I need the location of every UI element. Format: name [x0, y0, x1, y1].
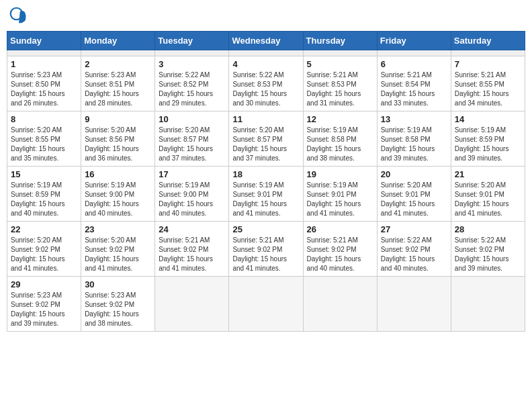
day-number: 14 [455, 114, 521, 124]
day-info: Sunrise: 5:19 AMSunset: 9:01 PMDaylight:… [307, 181, 373, 218]
calendar-cell [155, 50, 229, 56]
day-info: Sunrise: 5:20 AMSunset: 9:01 PMDaylight:… [455, 181, 521, 218]
day-number: 25 [232, 224, 299, 234]
day-number: 10 [159, 114, 225, 124]
col-header-saturday: Saturday [451, 32, 525, 50]
calendar-cell: 21Sunrise: 5:20 AMSunset: 9:01 PMDayligh… [451, 167, 525, 222]
calendar-cell: 4Sunrise: 5:22 AMSunset: 8:53 PMDaylight… [229, 56, 303, 111]
calendar-cell: 10Sunrise: 5:20 AMSunset: 8:57 PMDayligh… [155, 111, 229, 167]
calendar-cell [155, 277, 229, 332]
day-number: 28 [455, 224, 521, 234]
calendar-cell: 15Sunrise: 5:19 AMSunset: 8:59 PMDayligh… [7, 167, 81, 222]
calendar-cell: 25Sunrise: 5:21 AMSunset: 9:02 PMDayligh… [229, 222, 303, 277]
day-info: Sunrise: 5:20 AMSunset: 8:55 PMDaylight:… [11, 126, 77, 163]
calendar-cell: 7Sunrise: 5:21 AMSunset: 8:55 PMDaylight… [451, 56, 525, 111]
day-info: Sunrise: 5:19 AMSunset: 9:00 PMDaylight:… [159, 181, 225, 218]
calendar-cell: 8Sunrise: 5:20 AMSunset: 8:55 PMDaylight… [7, 111, 81, 167]
calendar-cell [377, 277, 451, 332]
col-header-tuesday: Tuesday [155, 32, 229, 50]
day-info: Sunrise: 5:23 AMSunset: 9:02 PMDaylight:… [11, 291, 77, 328]
day-number: 29 [11, 279, 77, 289]
calendar-cell: 18Sunrise: 5:19 AMSunset: 9:01 PMDayligh… [229, 167, 303, 222]
calendar-cell: 29Sunrise: 5:23 AMSunset: 9:02 PMDayligh… [7, 277, 81, 332]
calendar-cell: 27Sunrise: 5:22 AMSunset: 9:02 PMDayligh… [377, 222, 451, 277]
day-number: 26 [307, 224, 373, 234]
day-number: 15 [11, 169, 77, 179]
calendar-cell: 16Sunrise: 5:19 AMSunset: 9:00 PMDayligh… [81, 167, 155, 222]
calendar-cell [303, 50, 377, 56]
day-info: Sunrise: 5:21 AMSunset: 9:02 PMDaylight:… [159, 236, 225, 273]
calendar-cell [229, 50, 303, 56]
calendar-cell: 17Sunrise: 5:19 AMSunset: 9:00 PMDayligh… [155, 167, 229, 222]
day-number: 4 [232, 59, 299, 69]
day-number: 6 [381, 59, 447, 69]
calendar-week-row: 1Sunrise: 5:23 AMSunset: 8:50 PMDaylight… [7, 56, 525, 111]
calendar-week-row: 29Sunrise: 5:23 AMSunset: 9:02 PMDayligh… [7, 277, 525, 332]
calendar-week-row: 8Sunrise: 5:20 AMSunset: 8:55 PMDaylight… [7, 111, 525, 167]
day-info: Sunrise: 5:20 AMSunset: 9:02 PMDaylight:… [85, 236, 151, 273]
day-number: 17 [159, 169, 225, 179]
day-number: 5 [307, 59, 373, 69]
calendar-cell [377, 50, 451, 56]
calendar-cell: 1Sunrise: 5:23 AMSunset: 8:50 PMDaylight… [7, 56, 81, 111]
day-info: Sunrise: 5:22 AMSunset: 9:02 PMDaylight:… [455, 236, 521, 273]
day-info: Sunrise: 5:19 AMSunset: 8:59 PMDaylight:… [11, 181, 77, 218]
day-info: Sunrise: 5:22 AMSunset: 9:02 PMDaylight:… [381, 236, 447, 273]
calendar-week-row [7, 50, 525, 56]
day-info: Sunrise: 5:19 AMSunset: 8:58 PMDaylight:… [307, 126, 373, 163]
day-number: 30 [85, 279, 151, 289]
calendar-cell: 24Sunrise: 5:21 AMSunset: 9:02 PMDayligh… [155, 222, 229, 277]
day-number: 12 [307, 114, 373, 124]
calendar-cell [451, 277, 525, 332]
day-info: Sunrise: 5:20 AMSunset: 9:02 PMDaylight:… [11, 236, 77, 273]
calendar-cell: 9Sunrise: 5:20 AMSunset: 8:56 PMDaylight… [81, 111, 155, 167]
day-number: 24 [159, 224, 225, 234]
calendar-cell [451, 50, 525, 56]
day-number: 20 [381, 169, 447, 179]
day-number: 1 [11, 59, 77, 69]
day-info: Sunrise: 5:19 AMSunset: 9:00 PMDaylight:… [85, 181, 151, 218]
calendar-cell: 19Sunrise: 5:19 AMSunset: 9:01 PMDayligh… [303, 167, 377, 222]
day-number: 11 [232, 114, 299, 124]
col-header-thursday: Thursday [303, 32, 377, 50]
day-info: Sunrise: 5:21 AMSunset: 9:02 PMDaylight:… [307, 236, 373, 273]
day-number: 9 [85, 114, 151, 124]
day-info: Sunrise: 5:23 AMSunset: 8:51 PMDaylight:… [85, 71, 151, 108]
calendar-cell [81, 50, 155, 56]
calendar-cell: 5Sunrise: 5:21 AMSunset: 8:53 PMDaylight… [303, 56, 377, 111]
day-info: Sunrise: 5:19 AMSunset: 8:58 PMDaylight:… [381, 126, 447, 163]
day-number: 19 [307, 169, 373, 179]
calendar-cell: 28Sunrise: 5:22 AMSunset: 9:02 PMDayligh… [451, 222, 525, 277]
calendar-cell: 3Sunrise: 5:22 AMSunset: 8:52 PMDaylight… [155, 56, 229, 111]
calendar-cell: 12Sunrise: 5:19 AMSunset: 8:58 PMDayligh… [303, 111, 377, 167]
day-number: 2 [85, 59, 151, 69]
day-number: 22 [11, 224, 77, 234]
day-info: Sunrise: 5:21 AMSunset: 9:02 PMDaylight:… [232, 236, 299, 273]
day-info: Sunrise: 5:20 AMSunset: 8:57 PMDaylight:… [159, 126, 225, 163]
day-info: Sunrise: 5:19 AMSunset: 9:01 PMDaylight:… [232, 181, 299, 218]
calendar-cell: 2Sunrise: 5:23 AMSunset: 8:51 PMDaylight… [81, 56, 155, 111]
day-number: 16 [85, 169, 151, 179]
calendar-cell [7, 50, 81, 56]
day-number: 8 [11, 114, 77, 124]
day-info: Sunrise: 5:22 AMSunset: 8:53 PMDaylight:… [232, 71, 299, 108]
day-info: Sunrise: 5:20 AMSunset: 9:01 PMDaylight:… [381, 181, 447, 218]
day-number: 3 [159, 59, 225, 69]
calendar-cell: 30Sunrise: 5:23 AMSunset: 9:02 PMDayligh… [81, 277, 155, 332]
calendar-cell: 14Sunrise: 5:19 AMSunset: 8:59 PMDayligh… [451, 111, 525, 167]
day-number: 18 [232, 169, 299, 179]
day-number: 13 [381, 114, 447, 124]
day-number: 27 [381, 224, 447, 234]
logo-icon [9, 7, 28, 26]
calendar-cell: 26Sunrise: 5:21 AMSunset: 9:02 PMDayligh… [303, 222, 377, 277]
day-number: 23 [85, 224, 151, 234]
logo [9, 7, 31, 26]
calendar-table: SundayMondayTuesdayWednesdayThursdayFrid… [7, 31, 525, 332]
col-header-wednesday: Wednesday [229, 32, 303, 50]
day-info: Sunrise: 5:23 AMSunset: 8:50 PMDaylight:… [11, 71, 77, 108]
calendar-cell: 23Sunrise: 5:20 AMSunset: 9:02 PMDayligh… [81, 222, 155, 277]
day-info: Sunrise: 5:22 AMSunset: 8:52 PMDaylight:… [159, 71, 225, 108]
calendar-cell: 13Sunrise: 5:19 AMSunset: 8:58 PMDayligh… [377, 111, 451, 167]
calendar-cell: 11Sunrise: 5:20 AMSunset: 8:57 PMDayligh… [229, 111, 303, 167]
col-header-sunday: Sunday [7, 32, 81, 50]
